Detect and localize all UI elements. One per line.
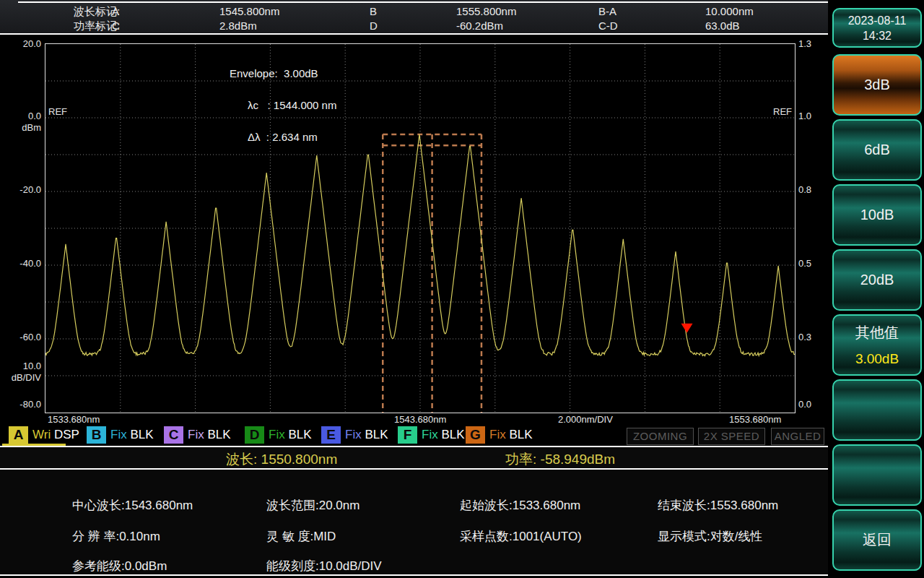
marker-readout-bar: 波长: 1550.800nm 功率: -58.949dBm <box>0 447 828 469</box>
trace-letter-badge: C <box>164 426 183 444</box>
trace-label-G[interactable]: GFix BLK <box>466 426 533 444</box>
trace-label-D[interactable]: DFix BLK <box>245 426 312 444</box>
ref-label-left: REF <box>48 106 67 117</box>
spectrum-plot-area[interactable]: REF REF Envelope: 3.00dB λc : 1544.000 n… <box>45 43 796 413</box>
spectrum-chart <box>45 44 795 413</box>
info-item: 能级刻度:10.0dB/DIV <box>266 558 382 574</box>
datetime-button[interactable]: 2023-08-11 14:32 <box>832 8 922 48</box>
envelope-lambda-c: λc : 1544.000 nm <box>248 99 336 111</box>
marker-value: 2.8dBm <box>219 20 257 32</box>
softkey-other-value[interactable]: 其他值3.00dB <box>832 314 922 376</box>
softkey-label: 6dB <box>864 142 890 158</box>
softkey-return[interactable]: 返回 <box>832 509 922 571</box>
softkey-sidebar: 2023-08-11 14:32 3dB6dB10dB20dB其他值3.00dB… <box>830 0 924 578</box>
date-label: 2023-08-11 <box>848 13 907 28</box>
separator-line <box>0 574 828 576</box>
y-axis-right: 1.31.00.80.50.30.0 <box>798 0 831 448</box>
marker-name: D <box>370 20 378 32</box>
softkey-3db[interactable]: 3dB <box>832 54 922 116</box>
y-axis-right-tick: 1.0 <box>798 111 831 122</box>
envelope-annotation: Envelope: 3.00dB λc : 1544.000 nm Δλ : 2… <box>230 66 336 145</box>
status-angled[interactable]: ANGLED <box>771 428 824 445</box>
marker-value: 1555.800nm <box>456 5 516 17</box>
trace-mode: Wri <box>32 428 54 442</box>
info-item: 显示模式:对数/线性 <box>658 528 762 545</box>
separator-line <box>0 468 828 470</box>
marker-header: 波长标记:A1545.800nmB1555.800nmB-A10.000nm功率… <box>0 0 828 35</box>
trace-letter-badge: G <box>466 426 485 444</box>
wavelength-readout-value: 1550.800nm <box>261 452 338 467</box>
info-item: 分 辨 率:0.10nm <box>72 528 160 545</box>
trace-label-F[interactable]: FFix BLK <box>398 426 465 444</box>
grid-lines <box>45 44 795 413</box>
softkey-label: 返回 <box>863 530 892 550</box>
marker-value: 10.000nm <box>705 5 754 17</box>
marker-value: 63.0dB <box>705 20 740 32</box>
info-item: 起始波长:1533.680nm <box>460 497 580 514</box>
power-readout-value: -58.949dBm <box>541 452 616 467</box>
softkey-label: 3dB <box>864 77 890 93</box>
trace-label-A[interactable]: AWri DSP <box>9 426 79 444</box>
trace-label-B[interactable]: BFix BLK <box>87 426 154 444</box>
softkey-10db[interactable]: 10dB <box>832 184 922 246</box>
trace-mode: Fix <box>489 428 509 442</box>
y-axis-scale-unit: dB/DIV <box>0 372 41 384</box>
softkey-6db[interactable]: 6dB <box>832 119 922 181</box>
x-axis-start-label: 1533.680nm <box>48 414 100 425</box>
softkey-label: 其他值 <box>855 323 899 342</box>
trace-letter-badge: A <box>9 426 28 444</box>
power-readout-label: 功率: <box>505 452 536 467</box>
marker-triangle[interactable] <box>681 324 693 333</box>
y-axis-left-tick: 0.0dBm <box>0 111 41 134</box>
softkey-blank-1[interactable] <box>832 379 922 441</box>
trace-letter-badge: B <box>87 426 106 444</box>
info-item: 中心波长:1543.680nm <box>72 497 193 514</box>
envelope-delta-lambda: Δλ : 2.634 nm <box>248 131 318 143</box>
softkey-blank-2[interactable] <box>832 444 922 506</box>
trace-state: BLK <box>509 428 532 442</box>
trace-state: DSP <box>54 428 79 442</box>
envelope-overlay <box>383 134 481 413</box>
trace-mode: Fix <box>269 428 288 442</box>
trace-letter-badge: D <box>245 426 264 444</box>
marker-name: B-A <box>598 5 616 17</box>
softkey-20db[interactable]: 20dB <box>832 249 922 311</box>
separator-line <box>18 1 828 3</box>
power-readout: 功率: -58.949dBm <box>505 450 615 469</box>
y-axis-left-tick: -20.0 <box>0 184 41 196</box>
envelope-value: Envelope: 3.00dB <box>230 67 318 79</box>
y-axis-right-tick: 0.5 <box>798 258 831 269</box>
y-axis-left-tick: -80.0 <box>0 399 41 410</box>
trace-mode: Fix <box>422 428 441 442</box>
status-zooming[interactable]: ZOOMING <box>627 428 694 445</box>
info-item: 采样点数:1001(AUTO) <box>460 528 582 545</box>
y-axis-left-tick: 10.0dB/DIV <box>0 361 41 384</box>
spectrum-trace <box>45 134 795 356</box>
trace-state: BLK <box>130 428 153 442</box>
separator-line <box>0 33 828 35</box>
trace-state: BLK <box>441 428 464 442</box>
status-2x-speed[interactable]: 2X SPEED <box>698 428 765 445</box>
trace-mode: Fix <box>345 428 365 442</box>
softkey-label: 10dB <box>860 207 894 223</box>
info-item: 波长范围:20.0nm <box>266 497 359 514</box>
info-item: 灵 敏 度:MID <box>266 528 336 545</box>
trace-label-C[interactable]: CFix BLK <box>164 426 231 444</box>
trace-letter-badge: F <box>398 426 417 444</box>
y-axis-left-tick: 20.0 <box>0 38 41 50</box>
info-item: 结束波长:1553.680nm <box>658 497 778 514</box>
marker-value: -60.2dBm <box>456 20 503 32</box>
marker-name: C-D <box>598 20 618 32</box>
wavelength-readout: 波长: 1550.800nm <box>226 450 337 469</box>
ref-label-right: REF <box>773 106 792 117</box>
trace-state: BLK <box>288 428 311 442</box>
trace-label-E[interactable]: EFix BLK <box>321 426 388 444</box>
marker-name: C <box>112 20 120 32</box>
settings-info-panel: 中心波长:1543.680nm分 辨 率:0.10nm参考能级:0.0dBm波长… <box>0 470 828 576</box>
y-axis-left-tick: -60.0 <box>0 332 41 343</box>
y-axis-right-tick: 0.0 <box>798 399 831 410</box>
y-axis-right-tick: 0.3 <box>798 332 831 343</box>
x-axis-stop-label: 1553.680nm <box>729 414 781 425</box>
trace-state: BLK <box>365 428 388 442</box>
wavelength-readout-label: 波长: <box>226 452 257 467</box>
